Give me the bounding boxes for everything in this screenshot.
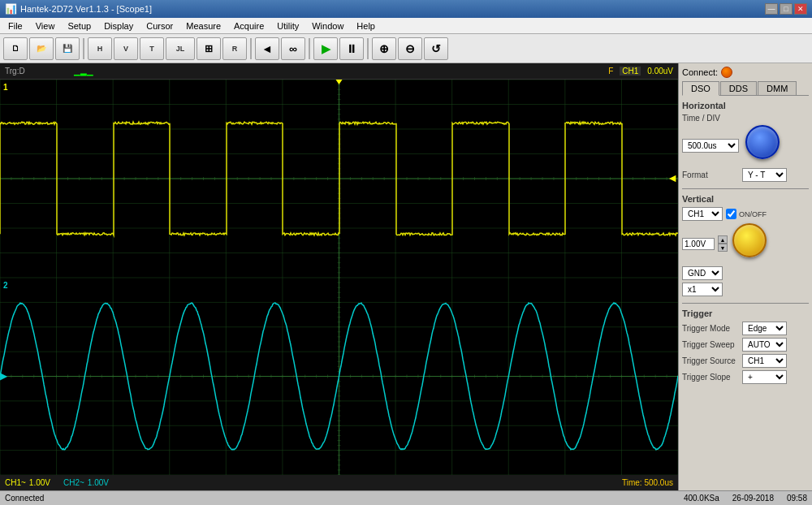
separator-3 xyxy=(309,38,310,59)
divider-1 xyxy=(682,188,809,189)
separator-1 xyxy=(83,38,84,59)
panel-tabs: DSO DDS DMM xyxy=(682,81,809,96)
t-button[interactable]: T xyxy=(140,37,164,60)
maximize-button[interactable]: □ xyxy=(780,3,793,15)
statusbar-right: 400.0KSa 26-09-2018 09:58 xyxy=(684,494,807,503)
trigger-button[interactable]: JL xyxy=(166,37,195,60)
menu-measure[interactable]: Measure xyxy=(179,19,227,32)
app-icon: 📊 xyxy=(5,3,17,15)
trigger-sweep-select[interactable]: AUTO NORMAL SINGLE xyxy=(742,338,787,352)
minimize-button[interactable]: — xyxy=(765,3,778,15)
format-row: Format Y - T X - Y xyxy=(682,168,809,182)
ch2-label: 2 xyxy=(3,281,8,290)
ch2-info: CH2~ 1.00V xyxy=(63,478,109,487)
open-button[interactable]: 📂 xyxy=(29,37,54,60)
trigger-sweep-row: Trigger Sweep AUTO NORMAL SINGLE xyxy=(682,338,809,352)
voltage-knob-container xyxy=(732,223,773,264)
ch1-info: CH1~ 1.00V xyxy=(5,478,50,487)
trigger-mode-label: Trigger Mode xyxy=(682,324,739,333)
time-info: Time: 500.0us xyxy=(622,478,673,487)
channel-select[interactable]: CH1 CH2 xyxy=(682,207,723,221)
horizontal-title: Horizontal xyxy=(682,101,809,110)
trigger-title: Trigger xyxy=(682,309,809,318)
menu-acquire[interactable]: Acquire xyxy=(227,19,270,32)
titlebar: 📊 Hantek-2D72 Ver1.1.3 - [Scope1] xyxy=(5,3,152,15)
v-button[interactable]: V xyxy=(114,37,138,60)
ch1-info-value: 1.00V xyxy=(29,478,50,487)
title-text: Hantek-2D72 Ver1.1.3 - [Scope1] xyxy=(20,4,152,14)
time-label: Time: xyxy=(622,478,642,487)
format-select[interactable]: Y - T X - Y xyxy=(742,168,787,182)
reset-button[interactable]: R xyxy=(222,37,247,60)
menu-view[interactable]: View xyxy=(29,19,62,32)
onoff-checkbox[interactable] xyxy=(726,209,736,219)
voltage-up-button[interactable]: ▲ xyxy=(718,235,728,244)
ch2-info-label: CH2~ xyxy=(63,478,84,487)
menu-display[interactable]: Display xyxy=(97,19,140,32)
zoom-in-button[interactable]: ⊕ xyxy=(372,37,396,60)
time-div-control-row: 500.0us 1ms 2ms 5ms 100us 200us xyxy=(682,125,809,166)
time-value: 500.0us xyxy=(644,478,673,487)
stop-button[interactable]: ⏸ xyxy=(339,37,364,60)
tab-dds[interactable]: DDS xyxy=(720,81,757,95)
time-knob[interactable] xyxy=(745,125,780,159)
voltage-input[interactable] xyxy=(682,238,715,250)
onoff-row: ON/OFF xyxy=(726,209,767,219)
trigger-mode-select[interactable]: Edge Pulse Video xyxy=(742,322,787,335)
date: 26-09-2018 xyxy=(732,494,774,503)
zoom-out-button[interactable]: ⊖ xyxy=(398,37,422,60)
menu-setup[interactable]: Setup xyxy=(61,19,97,32)
voltage-down-button[interactable]: ▼ xyxy=(718,244,728,252)
toolbar: 🗋 📂 💾 H V T JL ⊞ R ◄ ∞ ▶ ⏸ ⊕ ⊖ ↺ xyxy=(0,34,812,63)
trigger-value: 0.00uV xyxy=(647,67,673,76)
trigger-status: Trg:D xyxy=(5,67,25,76)
coupling-select[interactable]: GND DC AC xyxy=(682,266,723,280)
menu-file[interactable]: File xyxy=(2,19,29,32)
voltage-row: ▲ ▼ xyxy=(682,223,809,264)
menu-cursor[interactable]: Cursor xyxy=(140,19,179,32)
trigger-sweep-label: Trigger Sweep xyxy=(682,340,739,349)
ref-btn[interactable]: ∞ xyxy=(281,37,305,60)
menu-window[interactable]: Window xyxy=(305,19,350,32)
coupling-row: GND DC AC xyxy=(682,266,809,280)
trigger-slope-select[interactable]: + - xyxy=(742,370,787,384)
trigger-source-select[interactable]: CH1 CH2 EXT xyxy=(742,354,787,368)
new-button[interactable]: 🗋 xyxy=(3,37,28,60)
sample-rate: 400.0KSa xyxy=(684,494,719,503)
tab-dso[interactable]: DSO xyxy=(682,81,719,96)
time: 09:58 xyxy=(787,494,807,503)
run-button[interactable]: ▶ xyxy=(313,37,338,60)
trigger-channel: CH1 xyxy=(620,67,641,76)
connect-indicator xyxy=(721,67,732,78)
trigger-section: Trigger Trigger Mode Edge Pulse Video Tr… xyxy=(682,309,809,384)
cursor-btn[interactable]: ◄ xyxy=(255,37,279,60)
bottom-info: CH1~ 1.00V CH2~ 1.00V Time: 500.0us xyxy=(0,474,678,490)
time-div-label: Time / DIV xyxy=(682,114,739,123)
ch1-waveform xyxy=(0,80,678,278)
connect-row: Connect: xyxy=(682,67,809,78)
measure-button[interactable]: ⊞ xyxy=(197,37,221,60)
trigger-info: F CH1 0.00uV xyxy=(608,67,673,76)
ch1-right-marker: ◄ xyxy=(667,171,678,184)
statusbar: Connected 400.0KSa 26-09-2018 09:58 xyxy=(0,490,812,505)
trigger-mode-row: Trigger Mode Edge Pulse Video xyxy=(682,322,809,335)
voltage-knob[interactable] xyxy=(732,223,767,257)
horizontal-section: Horizontal Time / DIV 500.0us 1ms 2ms 5m… xyxy=(682,101,809,182)
menu-utility[interactable]: Utility xyxy=(270,19,305,32)
time-knob-container xyxy=(745,125,786,166)
probe-select[interactable]: x1 x10 x100 xyxy=(682,283,723,296)
h-button[interactable]: H xyxy=(88,37,112,60)
time-div-select[interactable]: 500.0us 1ms 2ms 5ms 100us 200us xyxy=(682,139,739,153)
ch1-info-label: CH1~ xyxy=(5,478,26,487)
tab-dmm[interactable]: DMM xyxy=(758,81,797,95)
save-button[interactable]: 💾 xyxy=(55,37,80,60)
trigger-indicator: ▁▂▁ xyxy=(74,67,93,76)
autoscale-button[interactable]: ↺ xyxy=(424,37,448,60)
trigger-bar: Trg:D ▁▂▁ F CH1 0.00uV xyxy=(0,63,678,80)
close-button[interactable]: ✕ xyxy=(794,3,807,15)
trigger-slope-label: Trigger Slope xyxy=(682,373,739,382)
menu-help[interactable]: Help xyxy=(350,19,382,32)
menubar: File View Setup Display Cursor Measure A… xyxy=(0,18,812,34)
onoff-label: ON/OFF xyxy=(739,210,767,218)
vertical-title: Vertical xyxy=(682,194,809,204)
